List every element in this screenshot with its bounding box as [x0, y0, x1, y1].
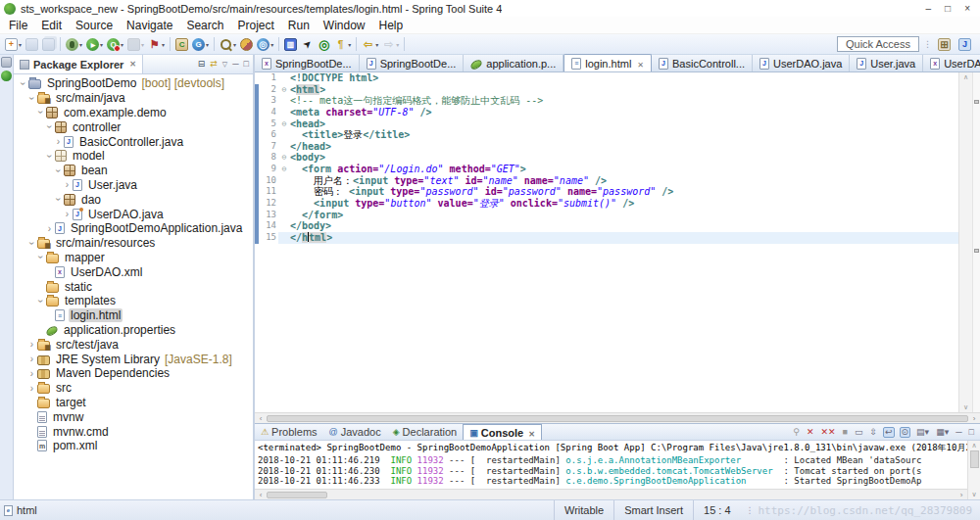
occurrence-marker[interactable]	[974, 100, 979, 104]
expander-icon[interactable]	[44, 223, 55, 234]
new-java-class-button[interactable]	[173, 37, 190, 52]
tree-item-mvnw-cmd[interactable]: mvnw.cmd	[14, 424, 253, 439]
tree-item-templates[interactable]: templates	[14, 294, 253, 308]
menu-item-navigate[interactable]: Navigate	[120, 18, 179, 33]
code-line-11[interactable]: 11 密码： <input type="password" id="passwo…	[255, 186, 958, 198]
console-output[interactable]: <terminated> SpringBootDemo - SpringBoot…	[255, 441, 967, 499]
tree-item-static[interactable]: static	[14, 279, 253, 294]
boot-dashboard-shortcut-icon[interactable]	[1, 71, 12, 81]
dropdown-arrow-icon[interactable]: ▾	[348, 41, 351, 48]
link-with-editor-button[interactable]	[299, 37, 316, 52]
editor-tab-user-java[interactable]: User.java	[850, 55, 923, 71]
editor-empty-space[interactable]	[255, 244, 958, 412]
search-button[interactable]: ▾	[218, 37, 238, 52]
dropdown-arrow-icon[interactable]: ▾	[233, 41, 236, 48]
scroll-right-icon[interactable]: ›	[956, 491, 967, 499]
line-number[interactable]: 10	[259, 175, 278, 187]
expander-icon[interactable]	[26, 93, 37, 104]
package-explorer-shortcut-icon[interactable]	[1, 57, 12, 68]
expander-icon[interactable]	[44, 151, 55, 162]
tree-item-src-main-resources[interactable]: src/main/resources	[14, 236, 253, 251]
fold-collapse-icon[interactable]	[278, 118, 290, 130]
code-line-2[interactable]: 2<html>	[255, 84, 958, 96]
tree-item-springbootdemoapplication-java[interactable]: SpringBootDemoApplication.java	[14, 221, 253, 236]
tree-item-pom-xml[interactable]: pom.xml	[14, 439, 253, 453]
tree-item-login-html[interactable]: login.html	[14, 308, 253, 323]
line-number[interactable]: 11	[259, 186, 278, 198]
web-browser-button[interactable]: ▾	[255, 37, 275, 52]
open-console-button[interactable]: ▦▾	[935, 428, 950, 437]
menu-item-file[interactable]: File	[2, 18, 34, 33]
overview-ruler[interactable]	[972, 72, 980, 412]
pin-console-button[interactable]: ⊙	[900, 427, 911, 438]
menu-item-window[interactable]: Window	[317, 18, 372, 33]
editor-tab-basiccontroll[interactable]: BasicControll...	[652, 55, 753, 71]
code-line-15[interactable]: 15</html>	[255, 232, 958, 244]
console-tab-problems[interactable]: Problems	[255, 424, 323, 440]
code-line-7[interactable]: 7</head>	[255, 141, 958, 153]
minimize-view-button[interactable]: ─	[955, 428, 962, 437]
code-line-8[interactable]: 8<body>	[255, 152, 958, 164]
editor-tab-application-p[interactable]: application.p...	[464, 55, 564, 71]
display-selected-console-button[interactable]: ▤▾	[915, 428, 930, 437]
editor-horizontal-scrollbar[interactable]: ‹ ›	[255, 412, 980, 423]
tree-item-mvnw[interactable]: mvnw	[14, 409, 253, 424]
code-line-9[interactable]: 9 <form action="/Login.do" method="GET">	[255, 164, 958, 175]
tree-item-model[interactable]: model	[14, 149, 253, 164]
run-button[interactable]: ▾	[84, 37, 105, 52]
tree-item-application-properties[interactable]: application.properties	[14, 323, 253, 338]
scroll-lock-button[interactable]: ⇳	[868, 428, 878, 437]
menu-item-help[interactable]: Help	[372, 18, 411, 33]
open-console-button[interactable]	[282, 37, 299, 52]
max-icon[interactable]	[244, 60, 249, 69]
code-line-6[interactable]: 6 <title>登录</title>	[255, 129, 958, 141]
code-line-10[interactable]: 10 用户名：<input type="text" id="name" name…	[255, 175, 958, 187]
tree-item-com-example-demo[interactable]: com.example.demo	[14, 106, 253, 120]
scrollbar-thumb[interactable]	[267, 492, 327, 498]
close-tab-icon[interactable]	[635, 58, 644, 70]
java-perspective-button[interactable]	[956, 37, 973, 52]
fold-collapse-icon[interactable]	[278, 84, 290, 96]
tree-item-mapper[interactable]: mapper	[14, 251, 253, 265]
line-number[interactable]: 4	[259, 107, 278, 118]
expander-icon[interactable]	[53, 165, 64, 176]
line-number[interactable]: 6	[259, 129, 278, 141]
expander-icon[interactable]	[44, 121, 55, 132]
clear-console-button[interactable]: ▭	[854, 428, 864, 437]
expander-icon[interactable]	[18, 78, 28, 89]
dropdown-arrow-icon[interactable]: ▾	[206, 41, 209, 48]
restore-button[interactable]: □	[945, 4, 951, 14]
menu-item-search[interactable]: Search	[179, 18, 230, 33]
line-number[interactable]: 3	[259, 95, 278, 107]
editor-tab-userdao-java[interactable]: UserDAO.java	[753, 55, 850, 71]
profile-button[interactable]: ▾	[105, 37, 125, 52]
editor-tab-springbootde[interactable]: SpringBootDe...	[360, 55, 465, 71]
expander-icon[interactable]	[35, 107, 46, 118]
expander-icon[interactable]	[26, 383, 37, 394]
code-line-13[interactable]: 13 </form>	[255, 210, 958, 221]
line-number[interactable]: 8	[259, 152, 278, 164]
line-number[interactable]: 7	[259, 141, 278, 153]
run-external-button[interactable]: ▾	[146, 37, 167, 52]
tree-item-src-main-java[interactable]: src/main/java	[14, 91, 253, 106]
expander-icon[interactable]	[35, 252, 46, 262]
close-button[interactable]: ×	[964, 4, 970, 14]
occurrence-marker[interactable]	[974, 249, 979, 253]
menu-item-edit[interactable]: Edit	[34, 18, 69, 33]
dropdown-arrow-icon[interactable]: ▾	[79, 41, 82, 48]
line-number[interactable]: 13	[259, 210, 278, 221]
dropdown-arrow-icon[interactable]: ▾	[19, 41, 22, 48]
scroll-left-icon[interactable]: ‹	[255, 491, 267, 499]
new-web-button[interactable]: ▾	[190, 37, 211, 52]
line-number[interactable]: 2	[259, 84, 278, 96]
line-number[interactable]: 1	[259, 72, 278, 84]
line-number[interactable]: 14	[259, 220, 278, 232]
debug-button[interactable]: ▾	[64, 37, 84, 52]
dropdown-arrow-icon[interactable]: ▾	[270, 41, 273, 48]
expander-icon[interactable]	[26, 339, 37, 350]
tree-item-dao[interactable]: dao	[14, 192, 253, 207]
tree-item-jre-system-library[interactable]: JRE System Library [JavaSE-1.8]	[14, 352, 253, 366]
expander-icon[interactable]	[26, 368, 37, 379]
expander-icon[interactable]	[35, 296, 46, 307]
scroll-up-icon[interactable]: ∧	[963, 73, 968, 81]
